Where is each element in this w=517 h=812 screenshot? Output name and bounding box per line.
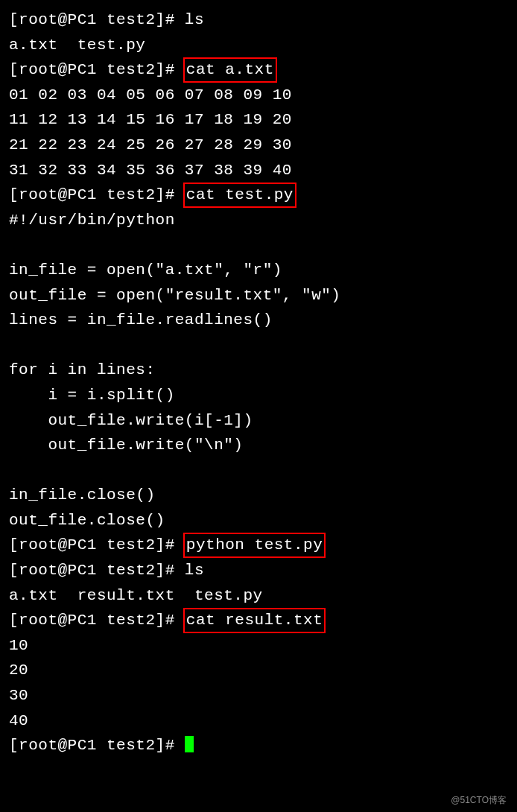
output-line: a.txt test.py bbox=[9, 33, 508, 58]
output-line bbox=[9, 232, 508, 258]
highlighted-command: cat result.txt bbox=[183, 608, 326, 632]
shell-prompt: [root@PC1 test2]# bbox=[9, 11, 185, 28]
output-line: 30 bbox=[9, 683, 508, 708]
terminal-line: [root@PC1 test2]# cat a.txt bbox=[9, 57, 508, 83]
output-line: 11 12 13 14 15 16 17 18 19 20 bbox=[9, 107, 508, 133]
output-line: 20 bbox=[9, 658, 508, 683]
terminal-line: [root@PC1 test2]# cat result.txt bbox=[9, 608, 508, 633]
watermark-text: @51CTO博客 bbox=[451, 793, 507, 808]
highlighted-command: cat test.py bbox=[183, 183, 296, 207]
shell-prompt: [root@PC1 test2]# bbox=[9, 562, 185, 579]
output-line bbox=[9, 458, 508, 483]
terminal-line: [root@PC1 test2]# ls bbox=[9, 7, 508, 33]
output-line: in_file = open("a.txt", "r") bbox=[9, 258, 508, 283]
output-line: out_file.close() bbox=[9, 508, 508, 533]
output-line: out_file.write(i[-1]) bbox=[9, 408, 508, 434]
terminal-line: [root@PC1 test2]# python test.py bbox=[9, 533, 508, 558]
output-line: i = i.split() bbox=[9, 383, 508, 408]
output-line: out_file = open("result.txt", "w") bbox=[9, 283, 508, 308]
highlighted-command: python test.py bbox=[183, 533, 326, 557]
terminal-output[interactable]: [root@PC1 test2]# lsa.txt test.py[root@P… bbox=[9, 7, 508, 758]
shell-prompt: [root@PC1 test2]# bbox=[9, 612, 185, 629]
output-line: 01 02 03 04 05 06 07 08 09 10 bbox=[9, 83, 508, 108]
output-line: 21 22 23 24 25 26 27 28 29 30 bbox=[9, 133, 508, 158]
shell-prompt: [root@PC1 test2]# bbox=[9, 536, 185, 554]
output-line: 10 bbox=[9, 633, 508, 659]
cursor-icon bbox=[185, 736, 194, 752]
output-line: lines = in_file.readlines() bbox=[9, 308, 508, 333]
output-line: out_file.write("\n") bbox=[9, 433, 508, 458]
shell-prompt: [root@PC1 test2]# bbox=[9, 61, 185, 78]
output-line: #!/usr/bin/python bbox=[9, 208, 508, 233]
output-line bbox=[9, 333, 508, 358]
output-line: for i in lines: bbox=[9, 358, 508, 383]
command-text: ls bbox=[185, 562, 204, 579]
command-text: ls bbox=[185, 11, 204, 28]
terminal-line: [root@PC1 test2]# ls bbox=[9, 558, 508, 583]
output-line: 31 32 33 34 35 36 37 38 39 40 bbox=[9, 158, 508, 183]
highlighted-command: cat a.txt bbox=[183, 57, 277, 82]
output-line: a.txt result.txt test.py bbox=[9, 583, 508, 609]
terminal-line: [root@PC1 test2]# cat test.py bbox=[9, 183, 508, 208]
terminal-line: [root@PC1 test2]# bbox=[9, 733, 508, 758]
output-line: in_file.close() bbox=[9, 483, 508, 508]
shell-prompt: [root@PC1 test2]# bbox=[9, 186, 185, 203]
output-line: 40 bbox=[9, 708, 508, 734]
shell-prompt: [root@PC1 test2]# bbox=[9, 737, 185, 754]
